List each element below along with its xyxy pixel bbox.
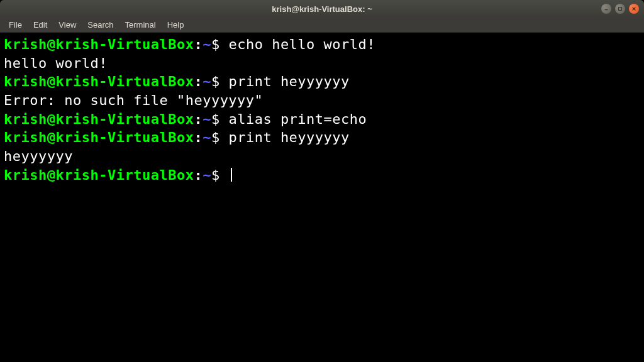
menu-edit[interactable]: Edit (28, 19, 52, 31)
window-controls (601, 4, 639, 14)
window-title: krish@krish-VirtualBox: ~ (5, 4, 639, 14)
prompt-path: ~ (203, 36, 211, 52)
prompt-dollar: $ (211, 167, 229, 183)
prompt-colon: : (194, 36, 203, 52)
command-text: print heyyyyyy (228, 74, 349, 89)
output-text: heyyyyyy (4, 148, 73, 164)
prompt-path: ~ (203, 111, 211, 127)
terminal-line: krish@krish-VirtualBox:~$ echo hello wor… (4, 35, 640, 54)
prompt-path: ~ (203, 74, 211, 89)
menu-view[interactable]: View (53, 19, 81, 31)
command-text: print heyyyyyy (228, 129, 349, 145)
close-button[interactable] (629, 4, 639, 14)
terminal-line: hello world! (4, 54, 640, 73)
svg-rect-1 (619, 8, 622, 11)
prompt-dollar: $ (211, 129, 229, 145)
prompt-path: ~ (203, 129, 211, 145)
terminal-line: krish@krish-VirtualBox:~$ (4, 166, 640, 185)
window-titlebar: krish@krish-VirtualBox: ~ (0, 0, 644, 18)
prompt-user-host: krish@krish-VirtualBox (4, 111, 194, 127)
maximize-button[interactable] (615, 4, 625, 14)
prompt-user-host: krish@krish-VirtualBox (4, 36, 194, 52)
prompt-dollar: $ (211, 36, 229, 52)
prompt-colon: : (194, 111, 203, 127)
output-text: Error: no such file "heyyyyyy" (4, 92, 263, 108)
minimize-button[interactable] (601, 4, 611, 14)
output-text: hello world! (4, 55, 108, 71)
command-text: echo hello world! (228, 36, 375, 52)
menubar: File Edit View Search Terminal Help (0, 18, 644, 33)
terminal-line: krish@krish-VirtualBox:~$ alias print=ec… (4, 110, 640, 129)
terminal-viewport[interactable]: krish@krish-VirtualBox:~$ echo hello wor… (0, 33, 644, 362)
terminal-line: krish@krish-VirtualBox:~$ print heyyyyyy (4, 128, 640, 147)
prompt-user-host: krish@krish-VirtualBox (4, 129, 194, 145)
terminal-line: Error: no such file "heyyyyyy" (4, 91, 640, 110)
menu-terminal[interactable]: Terminal (120, 19, 161, 31)
terminal-line: krish@krish-VirtualBox:~$ print heyyyyyy (4, 72, 640, 91)
prompt-dollar: $ (211, 111, 229, 127)
command-text: alias print=echo (228, 111, 367, 127)
prompt-user-host: krish@krish-VirtualBox (4, 74, 194, 89)
prompt-user-host: krish@krish-VirtualBox (4, 167, 194, 183)
prompt-path: ~ (203, 167, 211, 183)
prompt-colon: : (194, 129, 203, 145)
prompt-colon: : (194, 74, 203, 89)
terminal-line: heyyyyyy (4, 147, 640, 166)
menu-file[interactable]: File (4, 19, 27, 31)
cursor (231, 168, 232, 182)
prompt-dollar: $ (211, 74, 229, 89)
prompt-colon: : (194, 167, 203, 183)
menu-help[interactable]: Help (162, 19, 189, 31)
menu-search[interactable]: Search (82, 19, 118, 31)
